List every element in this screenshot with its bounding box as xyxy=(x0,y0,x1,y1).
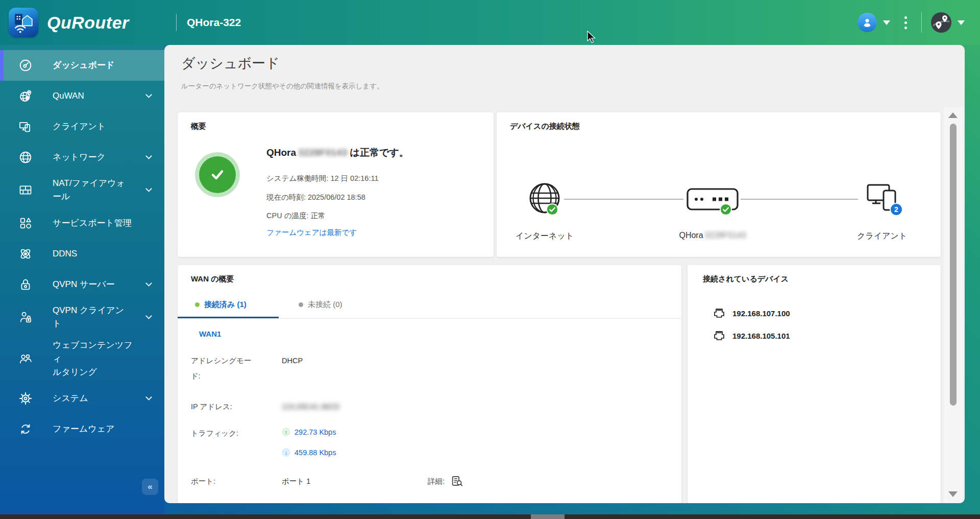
sidebar-item-label: QVPN クライアン ト xyxy=(53,304,139,331)
overview-card-title: 概要 xyxy=(191,122,206,131)
device-row: 192.168.105.101 xyxy=(713,329,790,342)
tab-connected[interactable]: 接続済み (1) xyxy=(195,300,247,310)
current-time-text: 現在の時刻: 2025/06/02 18:58 xyxy=(266,193,365,202)
brand-wordmark: QuRouter xyxy=(47,0,129,45)
gray-status-dot xyxy=(299,302,303,307)
sidebar-collapse-button[interactable]: « xyxy=(142,479,158,495)
topbar-divider-2 xyxy=(921,12,922,33)
internet-node-label: インターネット xyxy=(516,231,574,242)
device-row: 192.168.107.100 xyxy=(713,307,790,319)
vertical-scrollbar[interactable] xyxy=(944,107,963,503)
chevron-down-icon xyxy=(958,20,965,25)
tab-disconnected[interactable]: 未接続 (0) xyxy=(299,300,342,310)
overview-card: 概要 QHora3228F0143 は正常です。 システム稼働時間: 12 日 … xyxy=(178,112,494,257)
sidebar-item-label: ウェブコンテンツフィ ルタリング xyxy=(53,339,139,379)
sidebar-item-web-content-filter[interactable]: ウェブコンテンツフィ ルタリング xyxy=(0,335,164,383)
device-health-status: QHora3228F0143 は正常です。 xyxy=(266,146,409,159)
topbar: QuRouter QHora-322 xyxy=(0,0,980,45)
wan-card-title: WAN の概要 xyxy=(191,274,234,284)
sidebar-item-firmware[interactable]: ファームウェア xyxy=(0,414,164,444)
uptime-text: システム稼働時間: 12 日 02:16:11 xyxy=(266,174,378,183)
connection-link-line xyxy=(564,199,683,200)
mouse-cursor xyxy=(587,31,597,45)
sidebar-item-label: ネットワーク xyxy=(53,151,139,164)
chevron-down-icon xyxy=(145,280,152,287)
sidebar-item-qvpn-client[interactable]: QVPN クライアン ト xyxy=(0,300,164,335)
firmware-refresh-icon xyxy=(18,421,34,437)
detail-report-icon[interactable] xyxy=(451,475,463,488)
sidebar-item-ddns[interactable]: DDNS xyxy=(0,239,164,269)
main-content: ダッシュボード ルーターのネットワーク状態やその他の関連情報を表示します。 概要… xyxy=(164,45,965,503)
gear-icon xyxy=(18,391,34,406)
sidebar-item-dashboard[interactable]: ダッシュボード xyxy=(0,50,164,81)
connection-status-card: デバイスの接続状態 2 インターネット xyxy=(497,112,941,257)
region-globe-icon xyxy=(931,12,951,33)
upload-speed: 292.73 Kbps xyxy=(295,428,336,436)
scroll-up-arrow[interactable] xyxy=(948,112,958,118)
detail-label: 詳細: xyxy=(428,474,445,489)
sidebar-item-service-port[interactable]: サービスポート管理 xyxy=(0,208,164,239)
sidebar-item-qvpn-server[interactable]: QVPN サーバー xyxy=(0,269,164,300)
page-subtitle: ルーターのネットワーク状態やその他の関連情報を表示します。 xyxy=(181,82,384,91)
traffic-label: トラフィック: xyxy=(191,426,267,441)
sidebar-item-label: ファームウェア xyxy=(53,422,139,436)
traffic-download-row: ↓ 459.88 Kbps xyxy=(282,448,336,457)
sidebar-item-system[interactable]: システム xyxy=(0,383,164,414)
traffic-upload-row: ↑ 292.73 Kbps xyxy=(282,428,336,436)
cpu-temperature-text: CPU の温度: 正常 xyxy=(266,211,326,221)
lock-icon xyxy=(18,277,34,292)
connected-devices-card: 接続されているデバイス 192.168.107.100 192.168.105.… xyxy=(688,265,941,503)
sidebar-item-nat-firewall[interactable]: NAT/ファイアウォ ール xyxy=(0,173,164,208)
blurred-serial: 3228F0143 xyxy=(705,231,746,240)
topbar-divider xyxy=(176,14,177,31)
sidebar-nav: ダッシュボード QuWAN クライアント xyxy=(0,45,164,515)
qurouter-app-logo[interactable] xyxy=(9,8,38,37)
ip-address-value-blurred: 123.200.61.36/23 xyxy=(282,399,339,414)
ddns-atom-icon xyxy=(18,246,34,262)
network-globe-icon xyxy=(18,150,34,165)
port-label: ポート: xyxy=(191,474,267,489)
service-port-shapes-icon xyxy=(18,216,34,231)
devices-card-title: 接続されているデバイス xyxy=(703,274,789,284)
connection-card-title: デバイスの接続状態 xyxy=(510,122,580,131)
region-menu[interactable] xyxy=(931,12,965,33)
chevron-down-icon xyxy=(145,185,152,192)
addressing-mode-label: アドレシングモー ド: xyxy=(191,353,267,384)
scroll-down-arrow[interactable] xyxy=(948,491,958,497)
sidebar-item-label: クライアント xyxy=(53,120,139,133)
kebab-menu-icon[interactable] xyxy=(899,13,912,32)
user-menu[interactable] xyxy=(857,13,890,32)
addressing-mode-value: DHCP xyxy=(282,353,303,368)
download-arrow-icon: ↓ xyxy=(282,448,290,457)
firmware-status-link[interactable]: ファームウェアは最新です xyxy=(266,228,357,238)
page-title: ダッシュボード xyxy=(181,54,280,73)
scrollbar-thumb[interactable] xyxy=(950,124,957,406)
client-devices-icon xyxy=(18,119,34,134)
sidebar-item-clients[interactable]: クライアント xyxy=(0,111,164,142)
chevron-down-icon xyxy=(145,313,152,319)
sidebar-item-network[interactable]: ネットワーク xyxy=(0,142,164,173)
firewall-brick-icon xyxy=(18,182,34,198)
sidebar-item-label: QuWAN xyxy=(53,89,139,103)
device-ip: 192.168.107.100 xyxy=(732,309,790,318)
port-value: ポート 1 xyxy=(282,474,310,489)
chevron-down-icon xyxy=(883,20,890,25)
status-ok-icon xyxy=(195,152,240,197)
green-status-dot xyxy=(195,302,200,307)
tabs-divider xyxy=(178,318,681,319)
sidebar-item-label: システム xyxy=(53,392,139,405)
taskbar-edge xyxy=(0,514,980,519)
device-model-title: QHora-322 xyxy=(187,0,241,45)
online-check-badge xyxy=(546,203,558,216)
clients-count-badge: 2 xyxy=(890,203,903,216)
wan-tabs: 接続済み (1) 未接続 (0) xyxy=(178,296,681,318)
wan-overview-card: WAN の概要 接続済み (1) 未接続 (0) WAN1 アドレシングモー ド… xyxy=(178,265,681,503)
wan1-link[interactable]: WAN1 xyxy=(199,329,221,338)
router-node-label: QHora3228F0143 xyxy=(679,231,746,240)
quwan-globe-pins-icon xyxy=(18,88,34,104)
sidebar-item-quwan[interactable]: QuWAN xyxy=(0,81,164,111)
user-lock-icon xyxy=(18,310,34,325)
ethernet-port-icon xyxy=(713,329,725,342)
ip-address-label: IP アドレス: xyxy=(191,399,267,414)
chevron-down-icon xyxy=(145,153,152,159)
